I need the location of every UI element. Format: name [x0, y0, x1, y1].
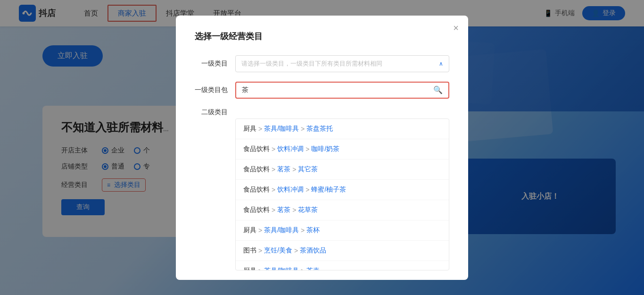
modal-select-1[interactable]: 请选择一级类目，一级类目下所有类目所需材料相同 ∧	[235, 55, 449, 72]
search-icon: 🔍	[433, 86, 443, 94]
modal-select-placeholder: 请选择一级类目，一级类目下所有类目所需材料相同	[241, 59, 382, 68]
modal-overlay: 选择一级经营类目 × 一级类目 请选择一级类目，一级类目下所有类目所需材料相同 …	[0, 0, 644, 295]
modal-field-row-3: 二级类目	[195, 108, 449, 117]
result-item-5[interactable]: 厨具 > 茶具/咖啡具 > 茶杯	[236, 220, 449, 241]
search-button[interactable]: 🔍	[428, 83, 448, 97]
result-item-1[interactable]: 食品饮料 > 饮料冲调 > 咖啡/奶茶	[236, 139, 449, 160]
search-input[interactable]	[236, 83, 428, 98]
modal-close-button[interactable]: ×	[453, 23, 459, 33]
chevron-up-icon: ∧	[439, 60, 443, 67]
result-item-6[interactable]: 图书 > 烹饪/美食 > 茶酒饮品	[236, 241, 449, 261]
dropdown-container: 厨具 > 茶具/咖啡具 > 茶盘茶托 食品饮料 > 饮料冲调 > 咖啡/奶茶 食…	[235, 118, 449, 270]
modal-title: 选择一级经营类目	[195, 31, 449, 42]
dropdown-scroll[interactable]: 厨具 > 茶具/咖啡具 > 茶盘茶托 食品饮料 > 饮料冲调 > 咖啡/奶茶 食…	[236, 119, 449, 270]
modal-field-row-2: 一级类目包 🔍	[195, 82, 449, 99]
modal-label-1: 一级类目	[195, 59, 228, 68]
modal-label-2: 一级类目包	[195, 86, 228, 94]
result-item-4[interactable]: 食品饮料 > 茗茶 > 花草茶	[236, 200, 449, 220]
result-item-3[interactable]: ➤ 食品饮料 > 饮料冲调 > 蜂蜜/柚子茶	[236, 180, 449, 200]
result-item-2[interactable]: 食品饮料 > 茗茶 > 其它茶	[236, 160, 449, 180]
result-item-0[interactable]: 厨具 > 茶具/咖啡具 > 茶盘茶托	[236, 119, 449, 139]
search-area: 🔍	[235, 82, 449, 99]
modal-label-3: 二级类目	[195, 108, 228, 117]
modal-field-row-1: 一级类目 请选择一级类目，一级类目下所有类目所需材料相同 ∧	[195, 55, 449, 72]
result-item-7[interactable]: 厨具 > 茶具/咖啡具 > 茶壶	[236, 261, 449, 270]
category-modal: 选择一级经营类目 × 一级类目 请选择一级类目，一级类目下所有类目所需材料相同 …	[176, 16, 468, 280]
